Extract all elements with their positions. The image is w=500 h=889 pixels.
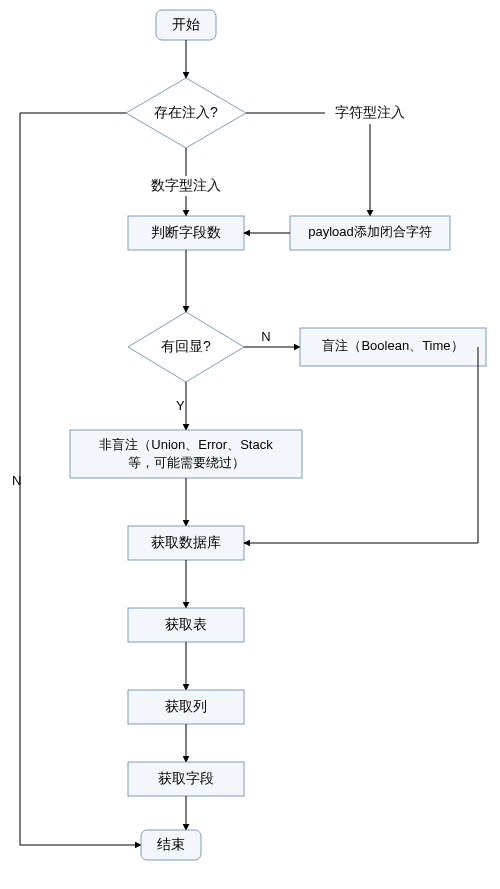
node-d-inject-label: 存在注入? — [154, 104, 218, 120]
edge-decho-y-label: Y — [176, 398, 185, 413]
node-table-label: 获取表 — [165, 616, 207, 632]
lbl-string: 字符型注入 — [335, 104, 405, 120]
node-blind-label: 盲注（Boolean、Time） — [322, 338, 463, 353]
node-db-label: 获取数据库 — [151, 534, 221, 550]
node-nonblind-line1: 非盲注（Union、Error、Stack — [99, 437, 273, 452]
node-payload-label: payload添加闭合字符 — [308, 224, 432, 239]
node-fields-label: 判断字段数 — [151, 224, 221, 240]
node-nonblind-line2: 等，可能需要绕过） — [128, 455, 245, 470]
flowchart: 开始 存在注入? 字符型注入 N 数字型注入 判断字段数 payload添加闭合… — [0, 0, 500, 889]
node-col-label: 获取列 — [165, 698, 207, 714]
lbl-num: 数字型注入 — [151, 177, 221, 193]
node-end-label: 结束 — [157, 836, 185, 852]
edge-dinject-no-label: N — [12, 473, 21, 488]
node-field-label: 获取字段 — [158, 770, 214, 786]
edge-decho-blind-label: N — [261, 329, 270, 344]
node-d-echo-label: 有回显? — [161, 338, 211, 354]
edge-dinject-no — [20, 113, 141, 845]
node-start-label: 开始 — [172, 16, 200, 32]
